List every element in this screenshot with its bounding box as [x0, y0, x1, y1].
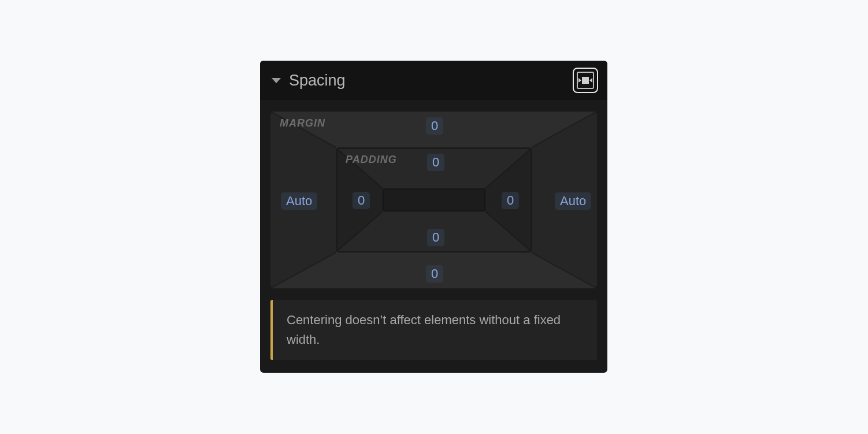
- content-box: [383, 188, 485, 212]
- margin-bottom-input[interactable]: 0: [426, 265, 443, 283]
- spacing-panel: Spacing MARGIN 0 Auto 0: [260, 61, 607, 373]
- padding-box: PADDING 0 0 0 0: [336, 147, 532, 253]
- center-horizontally-icon: [577, 72, 594, 89]
- svg-line-7: [532, 253, 597, 288]
- margin-label: MARGIN: [280, 117, 325, 129]
- margin-left-input[interactable]: Auto: [281, 192, 317, 210]
- hint-text: Centering doesn’t affect elements withou…: [287, 313, 561, 347]
- padding-left-input[interactable]: 0: [353, 192, 370, 209]
- margin-top-input[interactable]: 0: [426, 117, 443, 135]
- svg-line-13: [485, 149, 531, 188]
- svg-line-15: [485, 212, 531, 251]
- svg-line-6: [270, 253, 336, 288]
- svg-line-5: [532, 112, 597, 147]
- margin-right-input[interactable]: Auto: [555, 192, 591, 210]
- padding-top-input[interactable]: 0: [427, 154, 444, 171]
- padding-label: PADDING: [346, 154, 397, 166]
- padding-bottom-input[interactable]: 0: [427, 229, 444, 246]
- box-model-diagram: MARGIN 0 Auto 0 Auto PADDING: [270, 112, 597, 288]
- svg-line-14: [337, 212, 383, 251]
- panel-header: Spacing: [260, 61, 607, 100]
- panel-body: MARGIN 0 Auto 0 Auto PADDING: [260, 100, 607, 360]
- center-horizontally-button[interactable]: [573, 68, 598, 93]
- hint-message: Centering doesn’t affect elements withou…: [270, 300, 597, 360]
- padding-right-input[interactable]: 0: [502, 192, 519, 209]
- panel-title: Spacing: [289, 72, 573, 90]
- collapse-caret-icon[interactable]: [272, 78, 281, 83]
